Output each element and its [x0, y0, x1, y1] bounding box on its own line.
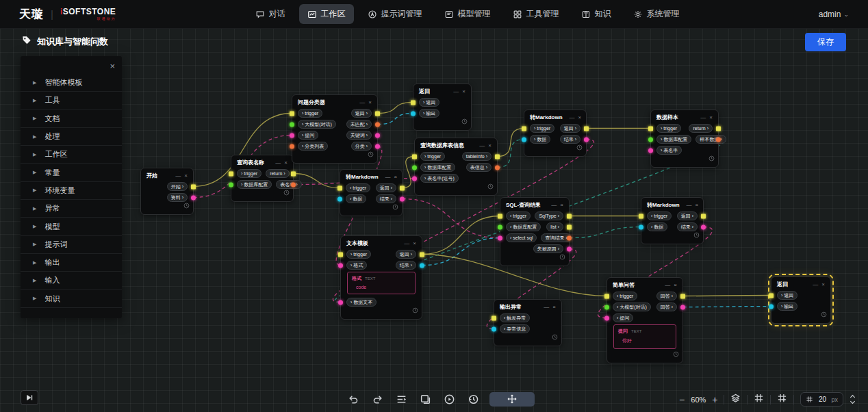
- palette-item-11[interactable]: ▶输入: [21, 272, 122, 289]
- output-port-dot[interactable]: [680, 305, 685, 309]
- palette-item-9[interactable]: ▶提示词: [21, 236, 122, 254]
- nav-item-models[interactable]: 模型管理: [436, 4, 499, 24]
- grid-size-input[interactable]: [817, 396, 828, 403]
- node-sample[interactable]: 数据样本—×› triggerreturn ›› 数据库配置样本数据 ›› 表名…: [650, 110, 719, 168]
- input-port-dot[interactable]: [648, 137, 653, 142]
- input-port-dot[interactable]: [290, 144, 294, 149]
- palette-item-0[interactable]: ▶智能体模板: [21, 74, 122, 92]
- node-minimize-button[interactable]: —: [479, 143, 485, 149]
- node-close-button[interactable]: ×: [709, 115, 713, 120]
- palette-item-6[interactable]: ▶环境变量: [21, 182, 122, 200]
- palette-item-1[interactable]: ▶工具: [21, 92, 122, 110]
- node-close-button[interactable]: ×: [695, 203, 699, 208]
- input-port-dot[interactable]: [522, 137, 526, 142]
- input-port-dot[interactable]: [639, 224, 643, 229]
- node-close-button[interactable]: ×: [552, 305, 556, 310]
- output-port-dot[interactable]: [400, 196, 405, 201]
- input-port-dot[interactable]: [769, 304, 774, 309]
- node-minimize-button[interactable]: —: [275, 160, 281, 166]
- output-port-dot[interactable]: [291, 182, 296, 187]
- input-port-dot[interactable]: [492, 326, 496, 331]
- input-port-dot[interactable]: [522, 126, 526, 131]
- input-port-dot[interactable]: [492, 316, 496, 320]
- node-close-button[interactable]: ×: [578, 115, 582, 120]
- input-port-dot[interactable]: [604, 305, 609, 309]
- palette-item-10[interactable]: ▶输出: [21, 254, 122, 272]
- zoom-out-button[interactable]: −: [679, 395, 685, 404]
- node-minimize-button[interactable]: —: [687, 203, 692, 208]
- node-close-button[interactable]: ×: [821, 282, 825, 287]
- input-port-dot[interactable]: [290, 122, 294, 127]
- node-minimize-button[interactable]: —: [175, 173, 181, 179]
- node-ret-final[interactable]: 返回—×› 返回› 输出: [771, 276, 831, 324]
- input-port-dot[interactable]: [229, 182, 233, 187]
- output-port-dot[interactable]: [680, 294, 685, 298]
- output-port-dot[interactable]: [191, 184, 196, 189]
- output-port-dot[interactable]: [584, 137, 589, 142]
- node-close-button[interactable]: ×: [394, 175, 398, 180]
- node-md3[interactable]: 转Markdown—×› trigger返回 ›› 数据结果 ›: [641, 197, 704, 244]
- input-port-dot[interactable]: [498, 224, 502, 229]
- node-sql[interactable]: SQL-查询结果—×› triggerSqlType ›› 数据库配置list …: [500, 197, 570, 266]
- copy-button[interactable]: [418, 391, 433, 407]
- node-param-box[interactable]: 提问TEXT你好: [613, 324, 676, 349]
- pan-tool-button[interactable]: [489, 392, 535, 407]
- palette-item-4[interactable]: ▶工作区: [21, 146, 122, 164]
- node-minimize-button[interactable]: —: [544, 305, 549, 310]
- input-port-dot[interactable]: [412, 165, 417, 170]
- output-port-dot[interactable]: [495, 154, 500, 159]
- output-port-dot[interactable]: [701, 214, 706, 218]
- output-port-dot[interactable]: [567, 224, 572, 229]
- node-md1[interactable]: 转Markdown—×› trigger返回 ›› 数据结果 ›: [524, 110, 587, 157]
- node-minimize-button[interactable]: —: [359, 100, 365, 105]
- node-minimize-button[interactable]: —: [813, 282, 818, 287]
- close-icon[interactable]: ×: [110, 62, 115, 70]
- layers-icon[interactable]: [730, 393, 741, 406]
- palette-item-7[interactable]: ▶异常: [21, 200, 122, 218]
- input-port-dot[interactable]: [229, 171, 233, 176]
- nav-item-system[interactable]: 系统管理: [625, 4, 688, 24]
- node-close-button[interactable]: ×: [184, 173, 188, 179]
- output-port-dot[interactable]: [291, 171, 296, 176]
- output-port-dot[interactable]: [191, 195, 196, 200]
- input-port-dot[interactable]: [338, 252, 343, 257]
- output-port-dot[interactable]: [716, 137, 721, 142]
- node-minimize-button[interactable]: —: [385, 175, 391, 180]
- node-close-button[interactable]: ×: [462, 89, 465, 94]
- input-port-dot[interactable]: [604, 294, 609, 298]
- output-port-dot[interactable]: [420, 263, 424, 268]
- node-template[interactable]: 文本模板—×› trigger返回 ›› 格式结果 ›格式TEXTcode› 数…: [340, 235, 422, 320]
- output-port-dot[interactable]: [375, 144, 380, 149]
- node-close-button[interactable]: ×: [488, 143, 492, 149]
- node-md2[interactable]: 转Markdown—×› trigger返回 ›› 数据结果 ›: [340, 169, 403, 216]
- output-port-dot[interactable]: [400, 185, 405, 190]
- output-port-dot[interactable]: [716, 126, 721, 131]
- palette-item-12[interactable]: ▶知识: [21, 290, 122, 308]
- run-panel-button[interactable]: [21, 390, 38, 405]
- input-port-dot[interactable]: [498, 214, 502, 218]
- node-close-button[interactable]: ×: [368, 100, 372, 105]
- palette-item-2[interactable]: ▶文档: [21, 110, 122, 128]
- node-close-button[interactable]: ×: [560, 203, 563, 208]
- input-port-dot[interactable]: [498, 235, 502, 240]
- output-port-dot[interactable]: [567, 214, 572, 218]
- palette-item-8[interactable]: ▶模型: [21, 218, 122, 235]
- node-qa[interactable]: 简单问答—×› trigger回答 ›› 大模型(对话)回答 ›› 提问提问TE…: [607, 277, 683, 363]
- node-minimize-button[interactable]: —: [665, 283, 670, 288]
- output-port-dot[interactable]: [701, 224, 706, 229]
- input-port-dot[interactable]: [412, 154, 417, 159]
- node-close-button[interactable]: ×: [413, 241, 416, 246]
- history-button[interactable]: [465, 391, 481, 407]
- save-button[interactable]: 保存: [805, 33, 846, 51]
- output-port-dot[interactable]: [375, 133, 380, 138]
- input-port-dot[interactable]: [338, 263, 343, 268]
- input-port-dot[interactable]: [412, 176, 417, 181]
- grid-size-field[interactable]: px: [800, 392, 843, 407]
- play-circle-button[interactable]: [442, 391, 457, 407]
- node-minimize-button[interactable]: —: [453, 89, 459, 94]
- workflow-canvas[interactable]: 开始—×开始 ›资料 ›查询表名称—×› triggerreturn ›› 数据…: [0, 0, 868, 412]
- input-port-dot[interactable]: [290, 111, 294, 116]
- palette-item-5[interactable]: ▶常量: [21, 164, 122, 181]
- input-port-dot[interactable]: [639, 214, 643, 218]
- input-port-dot[interactable]: [769, 293, 774, 298]
